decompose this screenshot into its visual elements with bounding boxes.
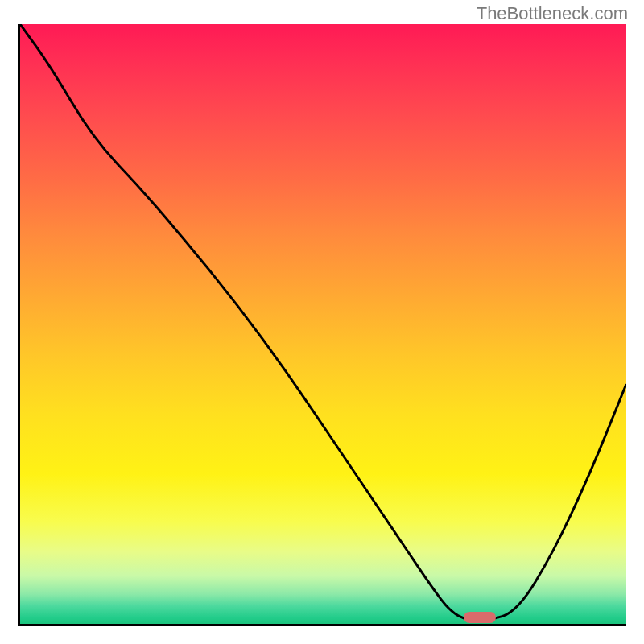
optimal-marker xyxy=(464,612,496,623)
chart-plot-area xyxy=(18,24,626,626)
bottleneck-curve xyxy=(20,24,626,621)
curve-svg xyxy=(20,24,626,624)
watermark-text: TheBottleneck.com xyxy=(477,3,628,24)
